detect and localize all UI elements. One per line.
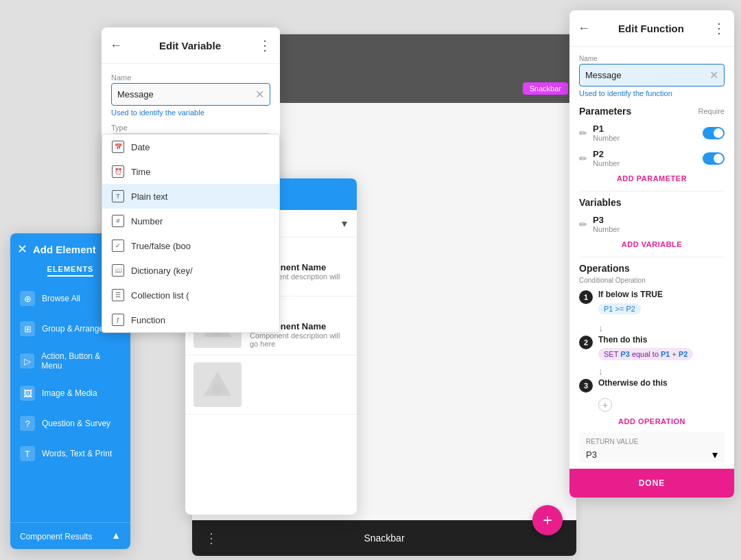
- step-2-action-pill: SET P3 equal to P1 + P2: [598, 348, 693, 360]
- plaintext-icon: T: [112, 190, 124, 202]
- name-input[interactable]: [117, 89, 255, 100]
- add-variable-link[interactable]: ADD VARIABLE: [579, 240, 725, 248]
- dropdown-item-boolean[interactable]: ✓ True/false (boo: [102, 233, 279, 258]
- step-3-label: Otherwise do this: [598, 378, 725, 388]
- ef-clear-icon[interactable]: ✕: [709, 69, 718, 82]
- step-arrow-2: ↓: [598, 366, 725, 377]
- add-element-close-icon[interactable]: ✕: [17, 242, 27, 257]
- ef-name-input[interactable]: [585, 70, 709, 80]
- sidebar-item-words-text[interactable]: T Words, Text & Print: [10, 439, 130, 469]
- step-2-content: Then do this SET P3 equal to P1 + P2: [598, 335, 725, 360]
- variables-section-header: Variables: [579, 197, 725, 208]
- svg-point-5: [212, 384, 223, 395]
- edit-function-header: ← Edit Function ⋮: [569, 10, 734, 47]
- dropdown-item-function[interactable]: ƒ Function: [102, 307, 279, 332]
- operation-step-3: 3 Otherwise do this: [579, 378, 725, 393]
- dropdown-item-date[interactable]: 📅 Date: [102, 135, 279, 159]
- edit-p1-icon[interactable]: ✏: [579, 128, 587, 139]
- image-media-icon: 🖼: [20, 386, 35, 401]
- date-icon: 📅: [112, 141, 124, 153]
- back-icon[interactable]: ←: [110, 38, 122, 53]
- type-dropdown-menu: 📅 Date ⏰ Time T Plain text # Number ✓ Tr…: [102, 134, 280, 333]
- edit-p2-icon[interactable]: ✏: [579, 153, 587, 164]
- dropdown-item-plaintext-label: Plain text: [131, 191, 167, 202]
- parameters-title: Parameters: [579, 106, 631, 117]
- type-field-label: Type: [111, 124, 270, 132]
- component-thumbnail-3: [193, 362, 242, 407]
- ef-name-label: Name: [579, 55, 725, 62]
- snackbar-badge: Snackbar: [523, 82, 568, 95]
- sidebar-item-action-button[interactable]: ▷ Action, Button & Menu: [10, 344, 130, 378]
- dropdown-item-number-label: Number: [131, 216, 163, 226]
- add-parameter-link[interactable]: ADD PARAMETER: [579, 174, 725, 183]
- edit-function-more-icon[interactable]: ⋮: [712, 20, 726, 36]
- edit-function-title: Edit Function: [596, 23, 707, 34]
- number-icon: #: [112, 215, 124, 227]
- dropdown-item-plaintext[interactable]: T Plain text: [102, 184, 279, 209]
- dropdown-item-dictionary-label: Dictionary (key/: [131, 266, 193, 276]
- edit-function-body: Name ✕ Used to identify the function Par…: [569, 47, 734, 463]
- question-survey-icon: ?: [20, 416, 35, 431]
- edit-function-back-icon[interactable]: ←: [578, 21, 590, 36]
- ef-name-input-row[interactable]: ✕: [579, 64, 725, 86]
- browse-all-label: Browse All: [42, 294, 80, 303]
- dropdown-item-date-label: Date: [131, 142, 150, 152]
- fab-button[interactable]: +: [532, 505, 563, 535]
- param-p1-toggle[interactable]: [703, 127, 725, 139]
- return-value: P3: [586, 450, 712, 460]
- elements-tab[interactable]: ELEMENTS: [47, 265, 94, 277]
- return-value-section: RETURN VALUE P3 ▾: [579, 432, 725, 463]
- step-2-p2: P2: [679, 350, 687, 358]
- edit-function-done-button[interactable]: DONE: [569, 469, 734, 498]
- image-media-label: Image & Media: [42, 388, 97, 398]
- sidebar-item-question-survey[interactable]: ? Question & Survey: [10, 408, 130, 439]
- param-p2-info: P2 Number: [593, 149, 697, 167]
- conditional-op-label: Conditional Operation: [579, 277, 725, 284]
- edit-p3-icon[interactable]: ✏: [579, 219, 587, 230]
- edit-variable-title: Edit Variable: [122, 40, 258, 51]
- dropdown-item-number[interactable]: # Number: [102, 209, 279, 233]
- return-value-select[interactable]: P3 ▾: [586, 448, 718, 461]
- add-element-left-title: Add Element: [33, 244, 96, 255]
- dropdown-item-dictionary[interactable]: 📖 Dictionary (key/: [102, 258, 279, 283]
- step-1-condition-text: P1 >= P2: [604, 305, 635, 313]
- variable-p3-type: Number: [593, 225, 725, 233]
- clear-icon[interactable]: ✕: [255, 88, 264, 101]
- name-input-row[interactable]: ✕: [111, 83, 270, 106]
- step-2-plus: +: [672, 350, 677, 358]
- variables-title: Variables: [579, 197, 622, 208]
- component-card-3[interactable]: [185, 355, 357, 415]
- step-1-content: If below is TRUE P1 >= P2: [598, 290, 725, 317]
- step-2-number: 2: [579, 336, 593, 349]
- variable-p3-info: P3 Number: [593, 215, 725, 233]
- step-1-label: If below is TRUE: [598, 290, 725, 299]
- snackbar-dots-icon[interactable]: ⋮: [204, 530, 218, 546]
- boolean-icon: ✓: [112, 240, 124, 252]
- more-icon[interactable]: ⋮: [258, 37, 272, 54]
- add-step-circle[interactable]: +: [598, 398, 612, 412]
- step-1-condition-pill: P1 >= P2: [598, 303, 641, 314]
- sidebar-item-image-media[interactable]: 🖼 Image & Media: [10, 378, 130, 408]
- question-survey-label: Question & Survey: [42, 419, 110, 428]
- snackbar-bottom-bar: ⋮ Snackbar: [192, 520, 576, 556]
- dropdown-item-time[interactable]: ⏰ Time: [102, 159, 279, 184]
- dictionary-icon: 📖: [112, 264, 124, 277]
- add-operation-link[interactable]: ADD OPERATION: [579, 417, 725, 425]
- return-value-label: RETURN VALUE: [586, 438, 718, 445]
- step-3-content: Otherwise do this: [598, 378, 725, 390]
- parameters-section-header: Parameters Require: [579, 106, 725, 117]
- return-value-chevron-icon: ▾: [712, 448, 718, 461]
- operation-step-1: 1 If below is TRUE P1 >= P2: [579, 290, 725, 317]
- param-p2-toggle[interactable]: [703, 152, 725, 165]
- step-3-number: 3: [579, 379, 593, 393]
- variable-row-p3: ✏ P3 Number: [579, 215, 725, 233]
- edit-variable-header: ← Edit Variable ⋮: [102, 27, 280, 64]
- browse-all-icon: ⊕: [20, 291, 35, 306]
- action-button-icon: ▷: [20, 353, 34, 369]
- function-icon: ƒ: [112, 314, 124, 326]
- divider-2: [579, 257, 725, 257]
- dropdown-item-collection-label: Collection list (: [131, 290, 189, 301]
- dropdown-item-collection[interactable]: ☰ Collection list (: [102, 283, 279, 307]
- variable-p3-name: P3: [593, 215, 725, 225]
- operation-step-2: 2 Then do this SET P3 equal to P1 + P2: [579, 335, 725, 360]
